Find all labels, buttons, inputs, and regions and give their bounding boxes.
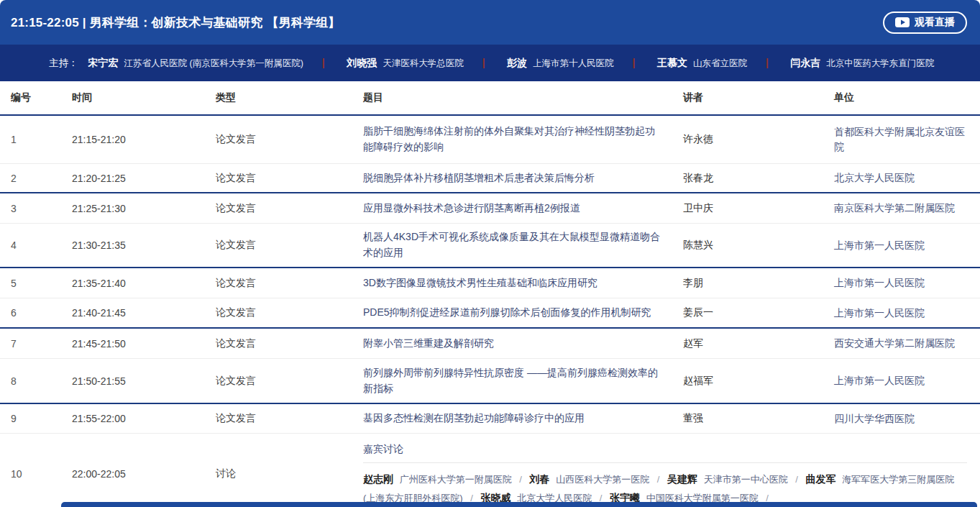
host-organization: 上海市第十人民医院 bbox=[533, 58, 614, 70]
guest-name: 曲发军 bbox=[806, 473, 836, 485]
cell-number: 3 bbox=[11, 203, 72, 214]
table-header-row: 编号 时间 类型 题目 讲者 单位 bbox=[0, 81, 980, 116]
table-row-discussion: 10 22:00-22:05 讨论 嘉宾讨论 赵志刚 广州医科大学第一附属医院 … bbox=[0, 434, 980, 507]
discussion-guest: 赵志刚 广州医科大学第一附属医院 / bbox=[363, 474, 530, 485]
table-row: 7 21:45-21:50 论文发言 附睾小管三维重建及解剖研究 赵军 西安交通… bbox=[0, 329, 980, 359]
host-organization: 江苏省人民医院 (南京医科大学第一附属医院) bbox=[124, 58, 303, 70]
cell-organization: 上海市第一人民医院 bbox=[834, 275, 980, 291]
cell-type: 论文发言 bbox=[216, 375, 363, 388]
cell-speaker: 卫中庆 bbox=[683, 202, 834, 215]
cell-speaker: 董强 bbox=[683, 412, 834, 425]
host-name: 刘晓强 bbox=[347, 57, 377, 70]
cell-title: 前列腺外周带前列腺特异性抗原密度 ——提高前列腺癌检测效率的新指标 bbox=[363, 365, 683, 396]
host-organization: 北京中医药大学东直门医院 bbox=[826, 58, 934, 70]
cell-time: 21:30-21:35 bbox=[72, 239, 216, 251]
cell-number: 1 bbox=[11, 134, 72, 145]
host-name: 宋宁宏 bbox=[88, 57, 119, 70]
cell-number: 10 bbox=[11, 468, 72, 480]
session-header-bar: 21:15-22:05 | 男科学组：创新技术与基础研究 【男科学组】 观看直播 bbox=[0, 0, 980, 45]
table-row: 6 21:40-21:45 论文发言 PDE5抑制剂促进经尿道前列腺切除术后创面… bbox=[0, 298, 980, 329]
cell-title: 脱细胞异体补片移植阴茎增粗术后患者决策后悔分析 bbox=[363, 170, 683, 186]
watch-live-label: 观看直播 bbox=[915, 16, 955, 29]
cell-title: 基因多态性检测在阴茎勃起功能障碍诊疗中的应用 bbox=[363, 411, 683, 426]
discussion-guest: 刘春 山西医科大学第一医院 / bbox=[530, 474, 668, 485]
cell-speaker: 陈慧兴 bbox=[683, 239, 834, 252]
cell-time: 21:35-21:40 bbox=[72, 278, 216, 289]
guest-name: 刘春 bbox=[530, 473, 550, 485]
table-body: 1 21:15-21:20 论文发言 脂肪干细胞海绵体注射前的体外自聚集对其治疗… bbox=[0, 116, 980, 434]
cell-number: 9 bbox=[11, 413, 72, 424]
guest-name: 吴建辉 bbox=[667, 473, 697, 485]
guest-separator: / bbox=[795, 474, 798, 485]
next-section-header-edge bbox=[61, 502, 977, 507]
discussion-cell: 嘉宾讨论 赵志刚 广州医科大学第一附属医院 / 刘春 山西医科大学第一医院 / … bbox=[363, 434, 980, 507]
cell-type: 论文发言 bbox=[216, 306, 363, 319]
cell-title: 机器人4K3D手术可视化系统成像质量及其在大鼠模型显微精道吻合术的应用 bbox=[363, 229, 683, 260]
column-header-time: 时间 bbox=[72, 91, 216, 104]
cell-time: 21:20-21:25 bbox=[72, 173, 216, 184]
cell-organization: 上海市第一人民医院 bbox=[834, 238, 980, 253]
host-separator: | bbox=[766, 57, 769, 68]
cell-number: 8 bbox=[11, 375, 72, 387]
cell-type: 论文发言 bbox=[216, 239, 363, 252]
cell-organization: 上海市第一人民医院 bbox=[834, 306, 980, 321]
cell-number: 7 bbox=[11, 338, 72, 350]
discussion-guest: 吴建辉 天津市第一中心医院 / bbox=[667, 474, 806, 485]
cell-title: 3D数字图像显微镜技术男性生殖基础和临床应用研究 bbox=[363, 275, 683, 291]
host-organization: 山东省立医院 bbox=[693, 58, 747, 70]
cell-time: 21:15-21:20 bbox=[72, 134, 216, 145]
cell-title: 附睾小管三维重建及解剖研究 bbox=[363, 336, 683, 352]
cell-organization: 首都医科大学附属北京友谊医院 bbox=[834, 124, 980, 155]
cell-speaker: 姜辰一 bbox=[683, 306, 834, 319]
cell-number: 2 bbox=[11, 173, 72, 184]
cell-speaker: 张春龙 bbox=[683, 172, 834, 185]
cell-time: 21:50-21:55 bbox=[72, 375, 216, 387]
cell-type: 论文发言 bbox=[216, 202, 363, 215]
host-item: 宋宁宏 江苏省人民医院 (南京医科大学第一附属医院) | bbox=[88, 57, 344, 70]
cell-number: 4 bbox=[11, 239, 72, 251]
cell-title: 脂肪干细胞海绵体注射前的体外自聚集对其治疗神经性阴茎勃起功能障碍疗效的影响 bbox=[363, 124, 683, 155]
cell-time: 21:45-21:50 bbox=[72, 338, 216, 350]
host-organization: 天津医科大学总医院 bbox=[383, 58, 464, 70]
column-header-type: 类型 bbox=[216, 91, 363, 104]
table-row: 4 21:30-21:35 论文发言 机器人4K3D手术可视化系统成像质量及其在… bbox=[0, 224, 980, 268]
discussion-title: 嘉宾讨论 bbox=[363, 443, 967, 456]
cell-organization: 上海市第一人民医院 bbox=[834, 373, 980, 388]
cell-speaker: 赵福军 bbox=[683, 375, 834, 388]
cell-organization: 四川大学华西医院 bbox=[834, 411, 980, 426]
table-row: 9 21:55-22:00 论文发言 基因多态性检测在阴茎勃起功能障碍诊疗中的应… bbox=[0, 404, 980, 434]
guest-organization: 山西医科大学第一医院 bbox=[556, 474, 649, 485]
guest-name: 赵志刚 bbox=[363, 473, 393, 485]
host-item: 闫永吉 北京中医药大学东直门医院 | bbox=[790, 57, 934, 70]
cell-number: 5 bbox=[11, 278, 72, 289]
host-name: 闫永吉 bbox=[790, 57, 820, 70]
cell-time: 21:25-21:30 bbox=[72, 203, 216, 214]
cell-organization: 南京医科大学第二附属医院 bbox=[834, 201, 980, 216]
discussion-divider bbox=[363, 462, 967, 463]
cell-type: 论文发言 bbox=[216, 337, 363, 350]
video-play-icon bbox=[895, 17, 910, 27]
table-row: 5 21:35-21:40 论文发言 3D数字图像显微镜技术男性生殖基础和临床应… bbox=[0, 268, 980, 298]
hosts-bar: 主持： 宋宁宏 江苏省人民医院 (南京医科大学第一附属医院) | 刘晓强 天津医… bbox=[0, 45, 980, 81]
cell-time: 22:00-22:05 bbox=[72, 468, 216, 480]
host-name: 王慕文 bbox=[657, 57, 687, 70]
cell-type: 论文发言 bbox=[216, 412, 363, 425]
watch-live-button[interactable]: 观看直播 bbox=[883, 12, 967, 34]
host-separator: | bbox=[633, 57, 636, 68]
cell-time: 21:55-22:00 bbox=[72, 413, 216, 424]
table-row: 3 21:25-21:30 论文发言 应用显微外科技术急诊进行阴茎离断再植2例报… bbox=[0, 193, 980, 224]
host-separator: | bbox=[322, 57, 325, 68]
cell-type: 论文发言 bbox=[216, 277, 363, 290]
table-row: 2 21:20-21:25 论文发言 脱细胞异体补片移植阴茎增粗术后患者决策后悔… bbox=[0, 164, 980, 193]
column-header-speaker: 讲者 bbox=[683, 91, 834, 104]
cell-speaker: 赵军 bbox=[683, 337, 834, 350]
cell-speaker: 李朋 bbox=[683, 277, 834, 290]
host-item: 王慕文 山东省立医院 | bbox=[657, 57, 787, 70]
column-header-no: 编号 bbox=[11, 91, 72, 104]
cell-organization: 西安交通大学第二附属医院 bbox=[834, 336, 980, 351]
column-header-title: 题目 bbox=[363, 91, 683, 104]
session-title: 21:15-22:05 | 男科学组：创新技术与基础研究 【男科学组】 bbox=[11, 14, 341, 31]
host-item: 彭波 上海市第十人民医院 | bbox=[507, 57, 654, 70]
hosts-label: 主持： bbox=[49, 57, 78, 70]
cell-type: 论文发言 bbox=[216, 172, 363, 185]
